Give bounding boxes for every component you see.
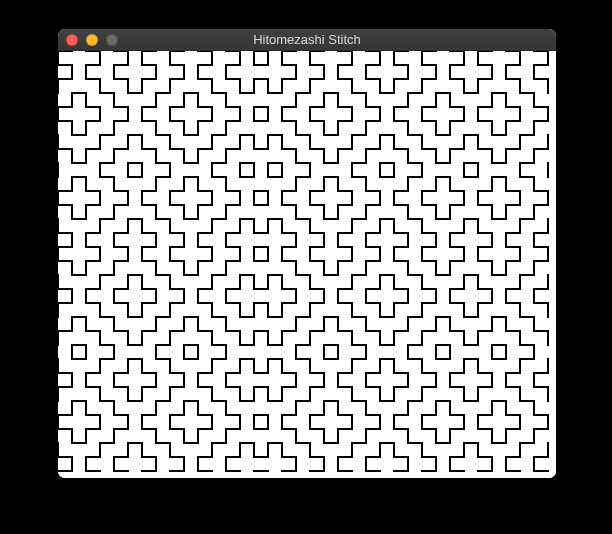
window-title: Hitomezashi Stitch — [58, 29, 556, 51]
zoom-icon[interactable] — [106, 34, 118, 46]
close-icon[interactable] — [66, 34, 78, 46]
traffic-lights — [66, 34, 118, 46]
minimize-icon[interactable] — [86, 34, 98, 46]
canvas-area — [58, 51, 556, 478]
stitch-canvas — [58, 51, 556, 478]
app-window: Hitomezashi Stitch — [58, 29, 556, 478]
titlebar[interactable]: Hitomezashi Stitch — [58, 29, 556, 51]
